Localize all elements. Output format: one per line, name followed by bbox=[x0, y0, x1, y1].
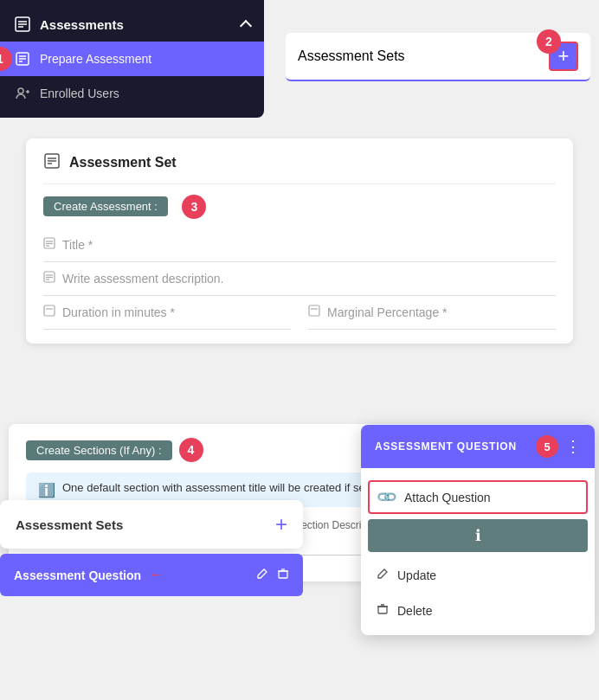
delete-menu-icon bbox=[377, 603, 389, 618]
form-bottom-row: Duration in minutes * Marginal Percentag… bbox=[43, 296, 556, 330]
svg-point-8 bbox=[18, 88, 23, 93]
attach-question-menu-item[interactable]: 🔗 Attach Question bbox=[368, 480, 588, 514]
duration-placeholder: Duration in minutes * bbox=[62, 305, 175, 319]
assessment-question-panel: ASSESSMENT QUESTION 5 ⋮ 🔗 Attach Questio… bbox=[361, 425, 595, 635]
step-badge-4: 4 bbox=[179, 438, 203, 462]
step-badge-3: 3 bbox=[182, 195, 206, 219]
sidebar-item-enrolled-users[interactable]: Enrolled Users bbox=[0, 76, 264, 111]
description-placeholder: Write assessment description. bbox=[62, 272, 223, 286]
duration-field[interactable]: Duration in minutes * bbox=[43, 296, 291, 330]
delete-menu-item[interactable]: Delete bbox=[361, 593, 595, 628]
prepare-assessment-icon bbox=[14, 50, 31, 67]
create-assessment-row: Create Assessment : 3 bbox=[43, 195, 556, 228]
svg-rect-25 bbox=[309, 305, 319, 316]
bottom-assessment-sets-label: Assessment Sets bbox=[16, 517, 123, 532]
sidebar-title: Assessments bbox=[40, 17, 124, 32]
prepare-assessment-label: Prepare Assessment bbox=[40, 52, 151, 66]
sidebar-header-left: Assessments bbox=[14, 16, 124, 33]
assessment-set-card: Assessment Set Create Assessment : 3 Tit… bbox=[26, 138, 573, 344]
step-badge-5: 5 bbox=[536, 435, 558, 458]
assessments-icon bbox=[14, 16, 31, 33]
svg-rect-23 bbox=[44, 305, 55, 316]
aq-info-icon-inner: ℹ bbox=[475, 526, 481, 545]
svg-rect-27 bbox=[279, 571, 287, 578]
card-title-row: Assessment Set bbox=[43, 152, 556, 184]
assessment-set-card-title: Assessment Set bbox=[69, 155, 177, 170]
assessment-question-label: Assessment Question bbox=[14, 568, 141, 582]
step-badge-1: 1 bbox=[0, 47, 12, 71]
description-field-icon bbox=[43, 271, 55, 286]
attach-question-label: Attach Question bbox=[404, 491, 491, 504]
aq-action-icons bbox=[256, 568, 289, 582]
assessment-sets-bar: Assessment Sets 2 + bbox=[286, 33, 590, 81]
aq-panel-body: 🔗 Attach Question ℹ Update bbox=[361, 468, 595, 635]
assessment-set-card-icon bbox=[43, 152, 61, 173]
delete-label: Delete bbox=[397, 604, 432, 618]
aq-left: Assessment Question ← bbox=[14, 566, 164, 584]
enrolled-users-icon bbox=[14, 85, 31, 102]
create-assessment-badge: Create Assessment : bbox=[43, 196, 168, 216]
title-field[interactable]: Title * bbox=[43, 228, 556, 262]
step-badge-2: 2 bbox=[537, 29, 561, 54]
marginal-field[interactable]: Marginal Percentage * bbox=[308, 296, 556, 330]
edit-icon[interactable] bbox=[256, 568, 268, 582]
chevron-up-icon bbox=[240, 20, 252, 32]
aq-panel-title: ASSESSMENT QUESTION bbox=[375, 440, 517, 453]
sidebar-header: Assessments bbox=[0, 7, 264, 42]
bottom-assessment-sets-bar: Assessment Sets + bbox=[0, 500, 303, 549]
update-menu-item[interactable]: Update bbox=[361, 557, 595, 593]
red-arrow-icon: ← bbox=[148, 566, 164, 584]
attach-question-icon: 🔗 bbox=[375, 485, 399, 510]
duration-field-icon bbox=[43, 305, 55, 320]
title-field-icon bbox=[43, 237, 55, 253]
title-placeholder: Title * bbox=[62, 238, 93, 252]
aq-panel-header: ASSESSMENT QUESTION 5 ⋮ bbox=[361, 425, 595, 468]
enrolled-users-label: Enrolled Users bbox=[40, 87, 119, 100]
svg-rect-30 bbox=[378, 607, 387, 613]
add-btn-container: 2 + bbox=[549, 42, 578, 71]
update-label: Update bbox=[397, 568, 436, 582]
sidebar: Assessments 1 Prepare Assessment Enrolle… bbox=[0, 0, 264, 118]
bottom-add-icon[interactable]: + bbox=[275, 512, 287, 536]
description-field[interactable]: Write assessment description. bbox=[43, 262, 556, 296]
assessment-question-row[interactable]: Assessment Question ← bbox=[0, 554, 303, 596]
assessment-sets-label: Assessment Sets bbox=[298, 48, 405, 64]
create-sections-badge: Create Sections (If Any) : bbox=[26, 440, 172, 460]
marginal-field-icon bbox=[308, 305, 320, 320]
aq-menu-dots[interactable]: ⋮ bbox=[565, 437, 581, 456]
sidebar-item-prepare-assessment[interactable]: 1 Prepare Assessment bbox=[0, 42, 264, 76]
delete-icon[interactable] bbox=[277, 568, 289, 582]
update-icon bbox=[377, 568, 389, 582]
marginal-placeholder: Marginal Percentage * bbox=[327, 305, 448, 319]
aq-info-bar: ℹ bbox=[368, 519, 588, 552]
info-icon: ℹ️ bbox=[38, 482, 55, 498]
